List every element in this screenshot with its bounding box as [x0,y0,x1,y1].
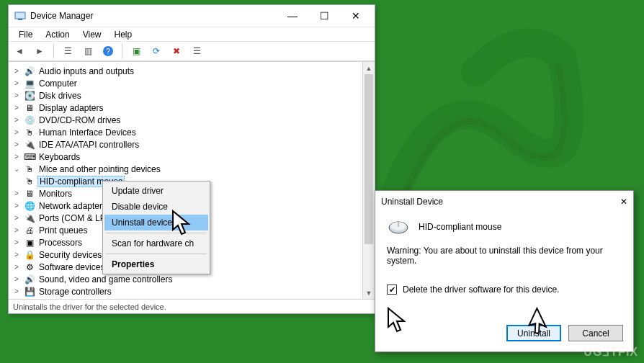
titlebar[interactable]: Device Manager — ☐ ✕ [9,5,375,27]
tree-node[interactable]: >💽Disk drives [12,89,362,102]
svg-rect-1 [18,19,22,20]
expand-icon[interactable]: > [12,104,22,112]
scroll-down-icon[interactable]: ▼ [363,287,375,299]
context-menu-item[interactable]: Properties [104,256,208,272]
menu-help[interactable]: Help [109,29,138,40]
status-bar: Uninstalls the driver for the selected d… [9,299,375,313]
cancel-button[interactable]: Cancel [568,325,623,341]
separator [53,44,54,58]
checkbox-icon[interactable]: ✔ [387,284,397,295]
device-category-icon: 🔊 [24,274,35,285]
device-category-icon: 🔌 [24,139,35,151]
app-icon [14,10,26,22]
tree-node-label: Keyboards [37,152,81,162]
device-category-icon: 💻 [24,78,35,89]
tree-node[interactable]: ⌄🖱Mice and other pointing devices [12,163,362,175]
device-category-icon: 🖥 [24,188,35,200]
expand-icon[interactable]: > [12,153,22,161]
tree-node-label: Network adapters [37,201,108,211]
expand-icon[interactable]: > [12,67,22,75]
toolbar: ◄ ► ☰ ▥ ? ▣ ⟳ ✖ ☰ [9,41,375,61]
expand-icon[interactable]: > [12,238,22,246]
tree-node[interactable]: >🔊Audio inputs and outputs [12,65,362,77]
mouse-icon: 🖱 [24,176,35,187]
menu-view[interactable]: View [77,29,107,40]
device-category-icon: 🖥 [24,102,35,114]
device-category-icon: 💽 [24,90,35,102]
tree-node[interactable]: >💿DVD/CD-ROM drives [12,114,362,126]
device-category-icon: 🖱 [24,127,35,138]
context-menu-item[interactable]: Scan for hardware ch [104,236,208,251]
show-hidden-icon[interactable]: ☰ [60,43,76,59]
details-icon[interactable]: ▥ [80,43,96,59]
mouse-icon [387,218,410,236]
back-icon[interactable]: ◄ [12,43,27,59]
tree-node[interactable]: >💻System devices [12,297,362,299]
uninstall-icon[interactable]: ✖ [169,43,184,59]
tree-node-label: Disk drives [37,91,83,101]
uninstall-button[interactable]: Uninstall [506,325,561,341]
minimize-button[interactable]: — [277,5,308,27]
expand-icon[interactable]: > [12,226,22,234]
device-category-icon: ⌨ [24,151,35,163]
expand-icon[interactable]: > [12,287,22,295]
expand-icon[interactable]: > [12,128,22,136]
tree-node-label: Security devices [37,250,103,260]
expand-icon[interactable]: > [12,275,22,283]
tree-node-label: System devices [37,299,101,300]
device-category-icon: 🖱 [24,163,35,175]
context-menu-item[interactable]: Disable device [104,199,208,215]
expand-icon[interactable]: > [12,251,22,259]
context-menu-item[interactable]: Uninstall device [104,215,208,230]
forward-icon[interactable]: ► [32,43,48,59]
device-category-icon: 🔌 [24,212,35,224]
tree-node-label: Storage controllers [37,287,113,297]
tree-node-label: Mice and other pointing devices [37,164,162,174]
expand-icon[interactable]: > [12,116,22,124]
expand-icon[interactable]: > [12,189,22,197]
expand-icon[interactable]: > [12,202,22,210]
tree-node-label: Audio inputs and outputs [37,66,135,76]
tree-node[interactable]: >💾Storage controllers [12,285,362,297]
tree-node-label: Print queues [37,225,89,236]
expand-icon[interactable]: > [12,79,22,87]
collapse-icon[interactable]: ⌄ [12,165,22,173]
expand-icon[interactable]: > [12,91,22,99]
tree-node[interactable]: >🖱Human Interface Devices [12,126,362,138]
device-category-icon: 🔒 [24,249,35,261]
tree-node-label: DVD/CD-ROM drives [37,115,122,125]
svg-rect-0 [15,12,25,19]
tree-node[interactable]: >🔌IDE ATA/ATAPI controllers [12,138,362,151]
tree-node-label: Sound, video and game controllers [37,274,174,284]
dialog-close-button[interactable]: ✕ [620,197,627,207]
expand-icon[interactable]: > [12,214,22,222]
expand-icon[interactable]: > [12,140,22,148]
device-category-icon: ▣ [24,237,35,248]
scroll-up-icon[interactable]: ▲ [363,62,375,74]
menu-action[interactable]: Action [40,29,75,40]
uninstall-dialog: Uninstall Device ✕ HID-compliant mouse W… [375,190,634,352]
device-category-icon: 💾 [24,286,35,297]
scrollbar[interactable]: ▲ ▼ [362,62,375,299]
scroll-thumb[interactable] [365,74,373,244]
scan-icon[interactable]: ⟳ [148,43,164,59]
device-category-icon: 🖨 [24,225,35,236]
maximize-button[interactable]: ☐ [308,5,340,27]
tree-node[interactable]: >💻Computer [12,77,362,89]
tree-node[interactable]: >⌨Keyboards [12,151,362,163]
expand-icon[interactable]: > [12,263,22,271]
tree-node[interactable]: >🖥Display adapters [12,102,362,114]
dialog-titlebar[interactable]: Uninstall Device ✕ [375,191,633,212]
help-icon[interactable]: ? [100,43,116,59]
status-text: Uninstalls the driver for the selected d… [13,302,166,311]
tree-node-label: Display adapters [37,103,104,113]
context-menu-item[interactable]: Update driver [104,183,208,199]
tree-node[interactable]: >🔊Sound, video and game controllers [12,273,362,285]
tree-node-label: Processors [37,238,84,248]
menu-file[interactable]: File [13,29,38,40]
update-driver-icon[interactable]: ▣ [128,43,144,59]
close-button[interactable]: ✕ [340,5,372,27]
delete-driver-checkbox[interactable]: ✔ Delete the driver software for this de… [387,284,622,295]
properties-icon[interactable]: ☰ [189,43,205,59]
tree-node-label: Computer [37,79,79,89]
